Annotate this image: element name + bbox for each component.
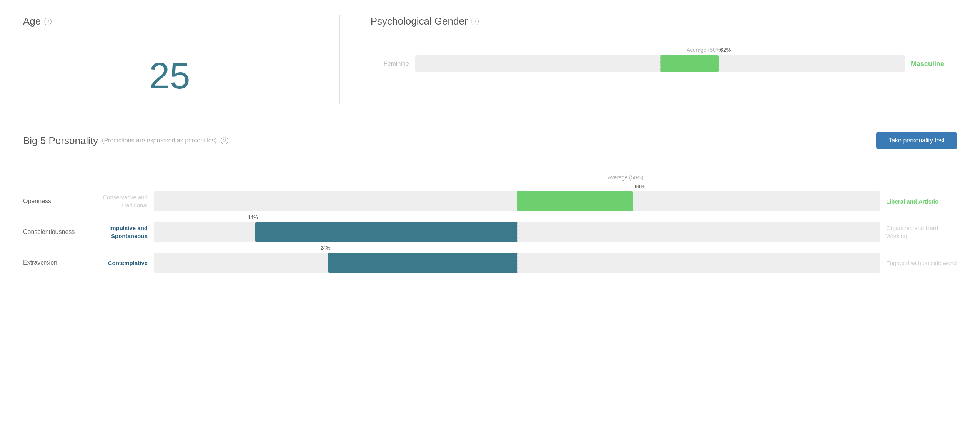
openness-trait-label: Openness — [23, 198, 92, 205]
psych-gender-title-label: Psychological Gender — [371, 15, 468, 27]
big5-help-icon[interactable]: ? — [221, 137, 228, 144]
openness-pct-label: 66% — [635, 184, 645, 189]
gender-right-label: Masculine — [911, 60, 957, 68]
gender-chart-container: Average (50%) Feminine 62% Masculine — [371, 39, 957, 76]
personality-row-openness: Openness Conservative and Traditional 66… — [23, 187, 957, 215]
big5-average-label: Average (50%) — [608, 174, 644, 181]
openness-bar-fill — [517, 191, 633, 211]
big5-title-sub: (Predictions are expressed as percentile… — [102, 137, 217, 144]
gender-percent-label: 62% — [720, 47, 731, 53]
big5-title-main: Big 5 Personality — [23, 135, 98, 147]
extraversion-dashed-line — [517, 253, 518, 273]
extraversion-right-desc: Engaged with outside world — [880, 259, 957, 267]
big5-chart-area: Average (50%) Openness Conservative and … — [23, 163, 957, 277]
big5-header: Big 5 Personality (Predictions are expre… — [23, 132, 957, 155]
conscientiousness-trait-label: Conscientiousness — [23, 229, 92, 235]
section-age: Age ? 25 — [23, 15, 340, 104]
gender-bar-track: 62% — [415, 55, 905, 72]
extraversion-pct-label: 24% — [320, 245, 330, 251]
openness-right-desc: Liberal and Artistic — [880, 197, 957, 205]
gender-left-label: Feminine — [371, 60, 409, 67]
conscientiousness-dashed-line — [517, 222, 518, 242]
conscientiousness-bar: 14% — [154, 222, 880, 242]
age-help-icon[interactable]: ? — [44, 18, 52, 25]
gender-average-label: Average (50%) — [371, 47, 957, 53]
conscientiousness-pct-label: 14% — [248, 214, 258, 220]
personality-row-conscientiousness: Conscientiousness Impulsive and Spontane… — [23, 218, 957, 246]
personality-row-extraversion: Extraversion Contemplative 24% Engaged w… — [23, 249, 957, 277]
big5-title-group: Big 5 Personality (Predictions are expre… — [23, 135, 228, 147]
gender-bar-row: Feminine 62% Masculine — [371, 55, 957, 72]
conscientiousness-left-desc: Impulsive and Spontaneous — [92, 224, 154, 240]
extraversion-trait-label: Extraversion — [23, 259, 92, 266]
age-value: 25 — [23, 39, 316, 104]
conscientiousness-bar-fill — [255, 222, 517, 242]
age-section-title: Age ? — [23, 15, 316, 33]
top-row: Age ? 25 Psychological Gender ? Average … — [23, 15, 957, 116]
extraversion-bar: 24% — [154, 253, 880, 273]
section-big5: Big 5 Personality (Predictions are expre… — [23, 132, 957, 277]
take-personality-test-button[interactable]: Take personality test — [876, 132, 957, 149]
openness-bar: 66% — [154, 191, 880, 211]
page-container: Age ? 25 Psychological Gender ? Average … — [0, 0, 980, 295]
conscientiousness-right-desc: Organized and Hard Working — [880, 224, 957, 240]
psych-gender-help-icon[interactable]: ? — [471, 18, 479, 25]
section-psych-gender: Psychological Gender ? Average (50%) Fem… — [340, 15, 957, 104]
extraversion-left-desc: Contemplative — [92, 259, 154, 267]
psych-gender-section-title: Psychological Gender ? — [371, 15, 957, 33]
gender-bar-fill — [660, 55, 719, 72]
openness-left-desc: Conservative and Traditional — [92, 193, 154, 209]
age-title-label: Age — [23, 15, 41, 27]
extraversion-bar-fill — [328, 253, 517, 273]
